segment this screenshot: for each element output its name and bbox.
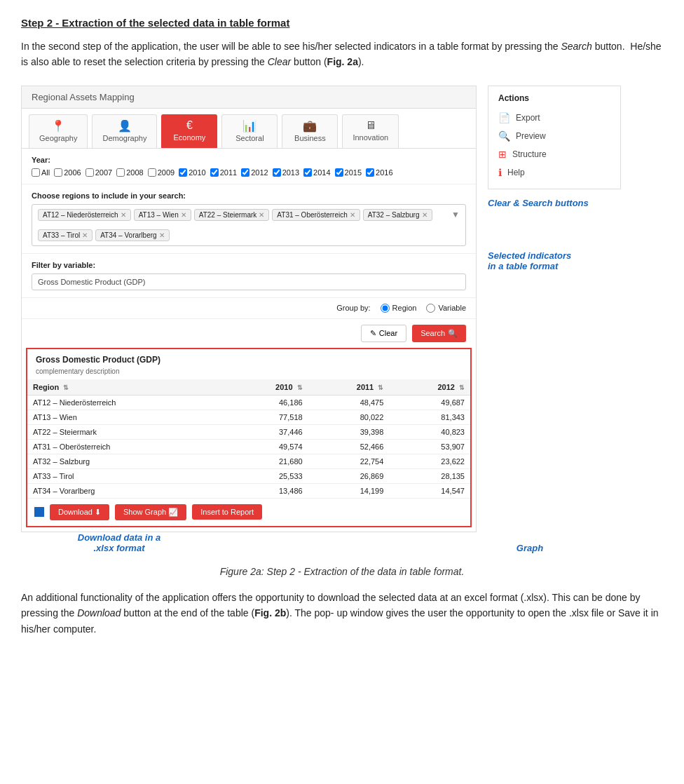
app-header: Regional Assets Mapping: [22, 86, 476, 109]
year-2011[interactable]: 2011: [210, 168, 237, 177]
sort-2012-icon[interactable]: ⇅: [459, 384, 465, 391]
year-2013[interactable]: 2013: [273, 168, 299, 177]
year-2014-label: 2014: [313, 168, 330, 177]
sort-2011-icon[interactable]: ⇅: [378, 384, 383, 391]
action-help[interactable]: ℹ Help: [498, 163, 610, 182]
insert-report-button[interactable]: Insert to Report: [192, 504, 262, 520]
download-button[interactable]: Download ⬇: [50, 504, 109, 520]
region-remove-at13[interactable]: ✕: [181, 211, 186, 219]
group-region-label: Region: [392, 304, 417, 312]
year-2014-checkbox[interactable]: [303, 168, 312, 177]
action-structure[interactable]: ⊞ Structure: [498, 145, 610, 163]
region-remove-at32[interactable]: ✕: [422, 211, 427, 219]
year-2013-checkbox[interactable]: [273, 168, 281, 177]
tab-innovation[interactable]: 🖥 Innovation: [342, 114, 399, 148]
action-help-label: Help: [507, 168, 525, 177]
year-row: All 2006 2007 2008: [32, 168, 466, 177]
cell-region-3: AT31 – Oberösterreich: [27, 439, 227, 454]
year-label: Year:: [32, 156, 466, 164]
year-2006[interactable]: 2006: [54, 168, 81, 177]
tab-geography[interactable]: 📍 Geography: [29, 114, 88, 148]
year-2015-checkbox[interactable]: [335, 168, 343, 177]
year-all[interactable]: All: [32, 168, 50, 177]
group-variable-radio[interactable]: [426, 304, 435, 313]
cell-2012-3: 53,907: [389, 439, 470, 454]
cell-2010-0: 46,186: [227, 395, 308, 410]
tab-economy[interactable]: € Economy: [161, 114, 217, 148]
cell-2011-0: 48,475: [308, 395, 390, 410]
app-panel: Regional Assets Mapping 📍 Geography 👤 De…: [21, 86, 477, 532]
region-remove-at31[interactable]: ✕: [350, 211, 355, 219]
year-2010[interactable]: 2010: [179, 168, 205, 177]
cell-region-2: AT22 – Steiermark: [27, 424, 227, 439]
cell-2010-2: 37,446: [227, 424, 308, 439]
group-region-radio[interactable]: [381, 304, 390, 313]
region-remove-at34[interactable]: ✕: [159, 231, 165, 239]
year-2008[interactable]: 2008: [116, 168, 143, 177]
action-preview[interactable]: 🔍 Preview: [498, 127, 610, 145]
region-tag-at34[interactable]: AT34 – Vorarlberg ✕: [95, 229, 169, 241]
cell-2011-3: 52,466: [308, 439, 390, 454]
region-tag-at33[interactable]: AT33 – Tirol ✕: [38, 229, 93, 241]
cell-2012-0: 49,687: [389, 395, 470, 410]
action-export[interactable]: 📄 Export: [498, 109, 610, 127]
year-2007[interactable]: 2007: [86, 168, 112, 177]
year-2014[interactable]: 2014: [303, 168, 330, 177]
year-2011-checkbox[interactable]: [210, 168, 219, 177]
year-2016-label: 2016: [376, 168, 392, 177]
clear-icon: ✎: [370, 329, 376, 338]
intro-text: In the second step of the application, t…: [21, 39, 663, 70]
variable-box[interactable]: Gross Domestic Product (GDP): [32, 273, 466, 290]
year-2008-checkbox[interactable]: [116, 168, 125, 177]
annotation-selected-indicators: Selected indicatorsin a table format: [488, 250, 621, 271]
year-2016-checkbox[interactable]: [366, 168, 374, 177]
cell-2011-6: 14,199: [308, 483, 390, 498]
group-region-option[interactable]: Region: [381, 304, 417, 313]
col-2011: 2011 ⇅: [308, 379, 390, 396]
year-2016[interactable]: 2016: [366, 168, 392, 177]
region-tag-at12[interactable]: AT12 – Niederösterreich ✕: [38, 209, 131, 221]
clear-button[interactable]: ✎ Clear: [361, 325, 406, 342]
region-tag-at13[interactable]: AT13 – Wien ✕: [134, 209, 191, 221]
year-2007-checkbox[interactable]: [86, 168, 94, 177]
region-tag-at22[interactable]: AT22 – Steiermark ✕: [194, 209, 270, 221]
year-2010-checkbox[interactable]: [179, 168, 187, 177]
tab-sectoral[interactable]: 📊 Sectoral: [221, 114, 278, 148]
region-tag-at31[interactable]: AT31 – Oberösterreich ✕: [272, 209, 360, 221]
search-button[interactable]: Search 🔍: [412, 325, 466, 342]
region-remove-at33[interactable]: ✕: [82, 231, 88, 239]
nav-tabs: 📍 Geography 👤 Demography € Economy 📊 Sec…: [22, 109, 476, 149]
sort-2010-icon[interactable]: ⇅: [297, 384, 303, 391]
year-2009-label: 2009: [158, 168, 175, 177]
sidebar-panel: Actions 📄 Export 🔍 Preview ⊞ Structure ℹ…: [488, 86, 621, 271]
tab-demography-label: Demography: [102, 134, 146, 142]
sort-region-icon[interactable]: ⇅: [63, 384, 69, 391]
regions-dropdown-arrow[interactable]: ▼: [451, 210, 460, 219]
year-2011-label: 2011: [220, 168, 237, 177]
step-title: Step 2 - Extraction of the selected data…: [21, 17, 663, 29]
year-2007-label: 2007: [95, 168, 112, 177]
col-2010: 2010 ⇅: [227, 379, 308, 396]
year-2012[interactable]: 2012: [241, 168, 268, 177]
region-remove-at12[interactable]: ✕: [121, 211, 126, 219]
tab-business[interactable]: 💼 Business: [282, 114, 338, 148]
year-2015[interactable]: 2015: [335, 168, 362, 177]
year-2006-checkbox[interactable]: [54, 168, 62, 177]
tab-innovation-label: Innovation: [353, 133, 388, 142]
structure-icon: ⊞: [498, 149, 507, 160]
export-icon: 📄: [498, 112, 510, 123]
region-remove-at22[interactable]: ✕: [259, 211, 264, 219]
region-tag-at32[interactable]: AT32 – Salzburg ✕: [363, 209, 432, 221]
group-variable-option[interactable]: Variable: [426, 304, 466, 313]
tab-demography[interactable]: 👤 Demography: [92, 114, 157, 148]
show-graph-button[interactable]: Show Graph 📈: [115, 504, 186, 520]
group-variable-label: Variable: [438, 304, 466, 312]
year-2009-checkbox[interactable]: [148, 168, 156, 177]
year-2009[interactable]: 2009: [148, 168, 175, 177]
year-all-checkbox[interactable]: [32, 168, 40, 177]
table-row: AT31 – Oberösterreich 49,574 52,466 53,9…: [27, 439, 470, 454]
year-2012-checkbox[interactable]: [241, 168, 249, 177]
cell-2012-4: 23,622: [389, 454, 470, 468]
innovation-icon: 🖥: [365, 119, 376, 132]
cell-2010-4: 21,680: [227, 454, 308, 468]
